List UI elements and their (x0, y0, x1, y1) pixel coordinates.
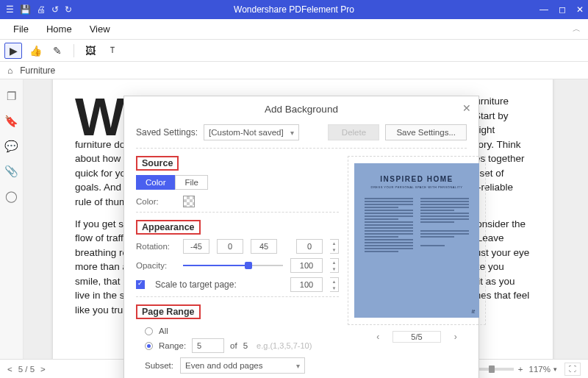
breadcrumb-label: Furniture (20, 65, 55, 76)
pagerange-radio-all[interactable] (145, 327, 153, 335)
preview-page: INSPIRED HOME DRESS YOUR PERSONAL SPACE … (354, 163, 479, 318)
tool-edit-icon[interactable]: ✎ (49, 43, 66, 59)
tb-redo-icon[interactable]: ↻ (65, 4, 72, 15)
status-next-icon[interactable]: > (40, 365, 46, 374)
panel-comments-icon[interactable]: 💬 (4, 140, 18, 153)
status-page-indicator[interactable]: 5 / 5 (18, 365, 35, 374)
saved-settings-label: Saved Settings: (136, 127, 198, 138)
home-icon[interactable]: ⌂ (7, 65, 12, 76)
opacity-label: Opacity: (136, 261, 176, 270)
zoom-value[interactable]: 117% (529, 365, 551, 374)
opacity-spinner[interactable]: ▲▼ (330, 258, 339, 273)
titlebar: ☰ 💾 🖨 ↺ ↻ Wondershare PDFelement Pro — ◻… (0, 0, 588, 19)
section-pagerange-heading: Page Range (136, 304, 201, 319)
zoom-dropdown-icon[interactable]: ▾ (553, 365, 557, 373)
app-title: Wondershare PDFelement Pro (0, 4, 588, 15)
preview-heading: INSPIRED HOME (365, 175, 469, 183)
dialog-title: Add Background (265, 104, 338, 115)
window-maximize-icon[interactable]: ◻ (559, 4, 566, 15)
source-tab-file[interactable]: File (175, 175, 208, 190)
dialog-header: Add Background ✕ (124, 96, 478, 121)
pagerange-all-label: All (159, 327, 168, 335)
range-of-label: of (230, 341, 237, 350)
drop-cap: W (75, 99, 125, 135)
toolbar-separator (74, 44, 74, 57)
section-source-heading: Source (136, 156, 179, 171)
preview-page-nav: ‹ 5/5 › (348, 331, 486, 343)
rotation-preset-0[interactable]: 0 (217, 239, 243, 254)
preview-page-indicator[interactable]: 5/5 (392, 331, 440, 343)
pagerange-range-label: Range: (159, 341, 186, 350)
range-total-label: 5 (243, 341, 248, 350)
menu-file[interactable]: File (4, 21, 37, 38)
preview-prev-icon[interactable]: ‹ (376, 332, 379, 342)
window-close-icon[interactable]: ✕ (576, 4, 584, 15)
save-settings-button[interactable]: Save Settings... (385, 124, 467, 140)
fullscreen-icon[interactable]: ⛶ (564, 363, 581, 376)
color-swatch-picker[interactable] (183, 196, 195, 207)
menubar: File Home View ︿ (0, 19, 588, 40)
delete-button: Delete (328, 124, 379, 140)
panel-search-icon[interactable]: ◯ (5, 190, 18, 203)
tool-textbox-icon[interactable]: Ｔ (104, 43, 121, 59)
subset-combo[interactable]: Even and odd pages (180, 357, 305, 374)
left-sidebar: ❐ 🔖 💬 📎 ◯ (0, 79, 24, 359)
ribbon-collapse-icon[interactable]: ︿ (573, 24, 581, 35)
tb-save-icon[interactable]: 💾 (20, 4, 31, 15)
status-prev-icon[interactable]: < (7, 365, 12, 374)
window-minimize-icon[interactable]: — (539, 4, 548, 15)
color-label: Color: (136, 197, 176, 206)
panel-bookmarks-icon[interactable]: 🔖 (4, 115, 18, 128)
range-from-input[interactable]: 5 (192, 338, 224, 353)
subset-label: Subset: (145, 361, 174, 370)
breadcrumb: ⌂ Furniture (0, 62, 588, 79)
main-area: ❐ 🔖 💬 📎 ◯ When analyzing any space, thin… (0, 79, 588, 359)
tool-select-icon[interactable]: ▶ (4, 43, 22, 59)
rotation-value-input[interactable]: 0 (296, 239, 323, 254)
scale-checkbox[interactable] (136, 280, 145, 289)
tb-print-icon[interactable]: 🖨 (37, 4, 46, 15)
opacity-value-input[interactable]: 100 (290, 258, 323, 273)
panel-attachments-icon[interactable]: 📎 (4, 165, 18, 178)
source-tab-color[interactable]: Color (136, 175, 175, 190)
range-hint: e.g.(1,3,5,7-10) (257, 341, 312, 350)
tool-image-icon[interactable]: 🖼 (82, 43, 99, 59)
preview-next-icon[interactable]: › (454, 332, 457, 342)
opacity-slider[interactable] (183, 263, 283, 268)
section-appearance-heading: Appearance (136, 220, 201, 235)
rotation-preset-minus45[interactable]: -45 (183, 239, 209, 254)
scale-value-input[interactable]: 100 (290, 277, 323, 292)
pagerange-radio-range[interactable] (145, 342, 153, 350)
rotation-preset-45[interactable]: 45 (251, 239, 277, 254)
preview-sub: DRESS YOUR PERSONAL SPACE WITH PERSONALI… (365, 185, 469, 189)
dialog-close-icon[interactable]: ✕ (462, 102, 471, 114)
tb-undo-icon[interactable]: ↺ (51, 4, 59, 15)
add-background-dialog: Add Background ✕ Saved Settings: [Custom… (123, 96, 479, 378)
rotation-label: Rotation: (136, 242, 176, 251)
scale-spinner[interactable]: ▲▼ (330, 277, 339, 292)
scale-label: Scale to target page: (155, 279, 283, 290)
tool-hand-icon[interactable]: 👍 (26, 43, 44, 59)
preview-page-it: It (472, 308, 475, 315)
zoom-in-icon[interactable]: + (518, 365, 523, 374)
preview-area: INSPIRED HOME DRESS YOUR PERSONAL SPACE … (348, 156, 486, 325)
menu-view[interactable]: View (81, 21, 119, 38)
saved-settings-combo[interactable]: [Custom-Not saved] (204, 124, 299, 140)
toolbar: ▶ 👍 ✎ 🖼 Ｔ (0, 40, 588, 62)
panel-thumbnails-icon[interactable]: ❐ (7, 90, 16, 103)
menu-home[interactable]: Home (37, 21, 81, 38)
tb-app-icon: ☰ (6, 4, 14, 15)
rotation-spinner[interactable]: ▲▼ (330, 239, 339, 254)
